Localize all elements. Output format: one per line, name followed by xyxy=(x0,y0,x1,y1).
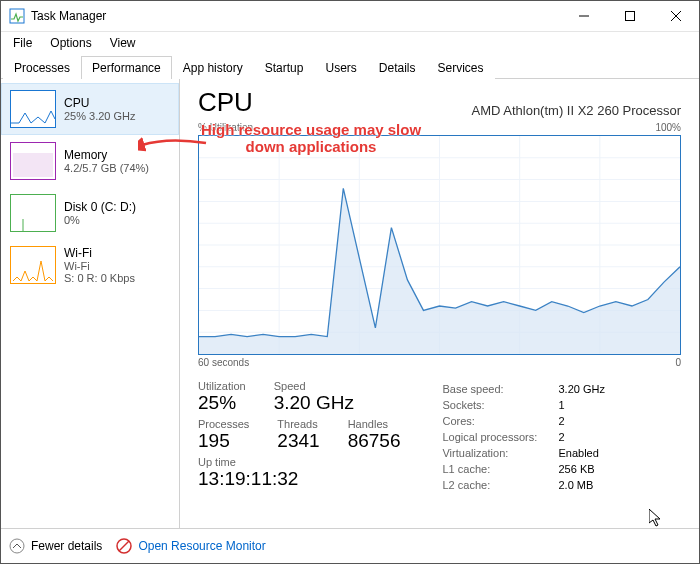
svg-point-21 xyxy=(10,539,24,553)
memory-thumb-icon xyxy=(10,142,56,180)
util-label: Utilization xyxy=(198,380,246,392)
tab-startup[interactable]: Startup xyxy=(254,56,315,79)
sidebar-cpu-sub: 25% 3.20 GHz xyxy=(64,110,136,122)
menu-view[interactable]: View xyxy=(102,34,144,52)
minimize-button[interactable] xyxy=(561,1,607,31)
table-row: L2 cache:2.0 MB xyxy=(442,478,610,492)
sidebar-disk-sub: 0% xyxy=(64,214,136,226)
chart-y-max: 100% xyxy=(655,122,681,133)
sidebar-memory-title: Memory xyxy=(64,148,149,162)
sidebar-disk-title: Disk 0 (C: D:) xyxy=(64,200,136,214)
chart-x-right: 0 xyxy=(675,357,681,368)
maximize-button[interactable] xyxy=(607,1,653,31)
sidebar-memory-sub: 4.2/5.7 GB (74%) xyxy=(64,162,149,174)
cpu-thumb-icon xyxy=(10,90,56,128)
svg-line-23 xyxy=(119,541,129,551)
task-manager-window: Task Manager File Options View Processes… xyxy=(0,0,700,564)
procs-value: 195 xyxy=(198,430,249,452)
table-row: Sockets:1 xyxy=(442,398,610,412)
svg-rect-5 xyxy=(13,153,53,177)
cpu-details-table: Base speed:3.20 GHzSockets:1Cores:2Logic… xyxy=(440,380,612,494)
menu-options[interactable]: Options xyxy=(42,34,99,52)
tab-processes[interactable]: Processes xyxy=(3,56,81,79)
sidebar-wifi-sub: Wi-Fi xyxy=(64,260,135,272)
uptime-label: Up time xyxy=(198,456,400,468)
tab-users[interactable]: Users xyxy=(314,56,367,79)
tab-services[interactable]: Services xyxy=(427,56,495,79)
chart-x-left: 60 seconds xyxy=(198,357,249,368)
tab-app-history[interactable]: App history xyxy=(172,56,254,79)
open-resource-monitor-link[interactable]: Open Resource Monitor xyxy=(116,538,265,554)
cpu-name: AMD Athlon(tm) II X2 260 Processor xyxy=(471,103,681,118)
threads-label: Threads xyxy=(277,418,319,430)
table-row: Cores:2 xyxy=(442,414,610,428)
page-title: CPU xyxy=(198,87,253,118)
cpu-chart xyxy=(198,135,681,355)
app-icon xyxy=(9,8,25,24)
chevron-up-circle-icon xyxy=(9,538,25,554)
sidebar-item-wifi[interactable]: Wi-FiWi-FiS: 0 R: 0 Kbps xyxy=(1,239,179,291)
fewer-details-button[interactable]: Fewer details xyxy=(9,538,102,554)
close-button[interactable] xyxy=(653,1,699,31)
sidebar-wifi-title: Wi-Fi xyxy=(64,246,135,260)
titlebar[interactable]: Task Manager xyxy=(1,1,699,32)
menu-file[interactable]: File xyxy=(5,34,40,52)
disk-thumb-icon xyxy=(10,194,56,232)
tabstrip: Processes Performance App history Startu… xyxy=(1,54,699,79)
handles-value: 86756 xyxy=(348,430,401,452)
uptime-value: 13:19:11:32 xyxy=(198,468,400,490)
util-value: 25% xyxy=(198,392,246,414)
sidebar: CPU25% 3.20 GHz Memory4.2/5.7 GB (74%) D… xyxy=(1,79,180,528)
table-row: Virtualization:Enabled xyxy=(442,446,610,460)
procs-label: Processes xyxy=(198,418,249,430)
main-panel: CPU AMD Athlon(tm) II X2 260 Processor %… xyxy=(180,79,699,528)
window-title: Task Manager xyxy=(31,9,561,23)
sidebar-wifi-sub2: S: 0 R: 0 Kbps xyxy=(64,272,135,284)
resource-monitor-icon xyxy=(116,538,132,554)
handles-label: Handles xyxy=(348,418,401,430)
speed-value: 3.20 GHz xyxy=(274,392,354,414)
sidebar-item-disk[interactable]: Disk 0 (C: D:)0% xyxy=(1,187,179,239)
tab-performance[interactable]: Performance xyxy=(81,56,172,79)
table-row: Logical processors:2 xyxy=(442,430,610,444)
tab-details[interactable]: Details xyxy=(368,56,427,79)
sidebar-cpu-title: CPU xyxy=(64,96,136,110)
menubar: File Options View xyxy=(1,32,699,54)
sidebar-item-memory[interactable]: Memory4.2/5.7 GB (74%) xyxy=(1,135,179,187)
chart-y-label: % Utilization xyxy=(198,122,253,133)
threads-value: 2341 xyxy=(277,430,319,452)
table-row: Base speed:3.20 GHz xyxy=(442,382,610,396)
sidebar-item-cpu[interactable]: CPU25% 3.20 GHz xyxy=(1,83,179,135)
speed-label: Speed xyxy=(274,380,354,392)
footer: Fewer details Open Resource Monitor xyxy=(1,528,699,563)
svg-rect-2 xyxy=(626,12,635,21)
table-row: L1 cache:256 KB xyxy=(442,462,610,476)
wifi-thumb-icon xyxy=(10,246,56,284)
